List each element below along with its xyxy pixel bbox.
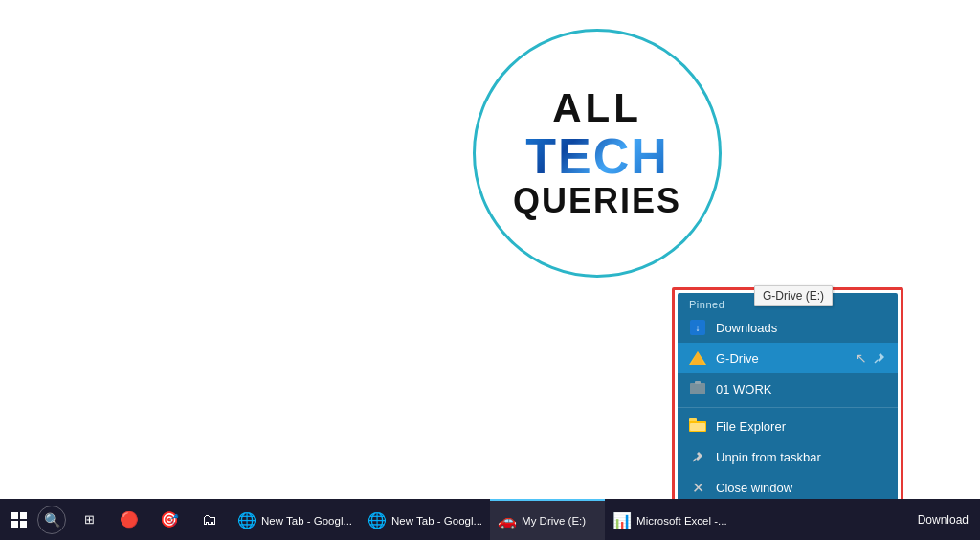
- unpin-label: Unpin from taskbar: [716, 450, 888, 464]
- gdrive-icon: [687, 348, 708, 369]
- taskbar-app-icon1[interactable]: 🔴: [109, 499, 149, 540]
- gdrive-taskbar-icon: 🚗: [498, 511, 517, 529]
- menu-item-gdrive[interactable]: G-Drive ↖: [678, 343, 898, 373]
- task-view-button[interactable]: ⊞: [69, 499, 109, 540]
- work-icon: [687, 378, 708, 399]
- mouse-cursor: ↖: [856, 350, 867, 366]
- close-x-icon: ✕: [687, 477, 708, 498]
- taskbar-app-icon2[interactable]: 🎯: [149, 499, 189, 540]
- svg-text:↓: ↓: [696, 323, 701, 333]
- tooltip: G-Drive (E:): [754, 285, 833, 306]
- downloads-icon: ↓: [687, 317, 708, 338]
- windows-icon: [11, 512, 27, 528]
- svg-rect-5: [690, 383, 705, 394]
- menu-item-unpin[interactable]: Unpin from taskbar: [678, 441, 898, 472]
- app3-icon: 🗂: [202, 511, 217, 529]
- svg-marker-3: [691, 351, 704, 365]
- menu-item-file-explorer[interactable]: File Explorer: [678, 411, 898, 441]
- chrome1-icon: 🌐: [237, 511, 256, 529]
- menu-item-work[interactable]: 01 WORK: [678, 373, 898, 404]
- taskbar-gdrive[interactable]: 🚗 My Drive (E:): [490, 499, 605, 540]
- main-content: ALL TECH QUERIES G-Drive (E:) Pinned ↓ D…: [0, 0, 980, 499]
- svg-line-10: [693, 459, 696, 461]
- chrome2-icon: 🌐: [368, 511, 387, 529]
- close-label: Close window: [716, 481, 888, 495]
- file-explorer-icon: [687, 416, 708, 437]
- tooltip-text: G-Drive (E:): [763, 289, 824, 303]
- gdrive-taskbar-label: My Drive (E:): [522, 515, 586, 527]
- excel-icon: 📊: [612, 511, 632, 529]
- task-view-icon: ⊞: [84, 512, 95, 527]
- logo-all: ALL: [552, 85, 642, 131]
- pin-icon[interactable]: [871, 349, 888, 367]
- taskbar-app-icon3[interactable]: 🗂: [189, 499, 230, 540]
- gdrive-label: G-Drive: [716, 351, 856, 366]
- context-menu: G-Drive (E:) Pinned ↓ Downloads: [678, 293, 898, 503]
- menu-item-downloads[interactable]: ↓ Downloads: [678, 312, 898, 343]
- taskbar-excel[interactable]: 📊 Microsoft Excel -...: [605, 499, 735, 540]
- work-label: 01 WORK: [716, 382, 888, 396]
- taskbar-search-button[interactable]: 🔍: [37, 506, 66, 534]
- downloads-label: Downloads: [716, 321, 888, 335]
- chrome1-label: New Tab - Googl...: [261, 515, 352, 527]
- menu-divider: [678, 407, 898, 408]
- app1-icon: 🔴: [120, 510, 139, 529]
- excel-label: Microsoft Excel -...: [636, 515, 727, 527]
- file-explorer-label: File Explorer: [716, 419, 888, 434]
- app2-icon: 🎯: [160, 510, 179, 529]
- logo-queries: QUERIES: [513, 181, 681, 221]
- svg-rect-9: [690, 423, 705, 431]
- search-icon: 🔍: [44, 512, 60, 528]
- svg-line-4: [875, 360, 878, 363]
- logo-container: ALL TECH QUERIES: [463, 19, 731, 287]
- taskbar: 🔍 ⊞ 🔴 🎯 🗂 🌐 New Tab - Googl... 🌐 New Tab…: [0, 499, 980, 540]
- taskbar-chrome2[interactable]: 🌐 New Tab - Googl...: [360, 499, 490, 540]
- chrome2-label: New Tab - Googl...: [391, 515, 482, 527]
- download-label[interactable]: Download: [910, 513, 976, 527]
- logo-circle: ALL TECH QUERIES: [473, 29, 722, 278]
- svg-rect-6: [695, 381, 701, 384]
- context-menu-wrapper: G-Drive (E:) Pinned ↓ Downloads: [672, 287, 903, 508]
- unpin-icon: [687, 446, 708, 467]
- taskbar-chrome1[interactable]: 🌐 New Tab - Googl...: [230, 499, 360, 540]
- start-button[interactable]: [4, 499, 34, 540]
- logo-tech: TECH: [525, 131, 669, 181]
